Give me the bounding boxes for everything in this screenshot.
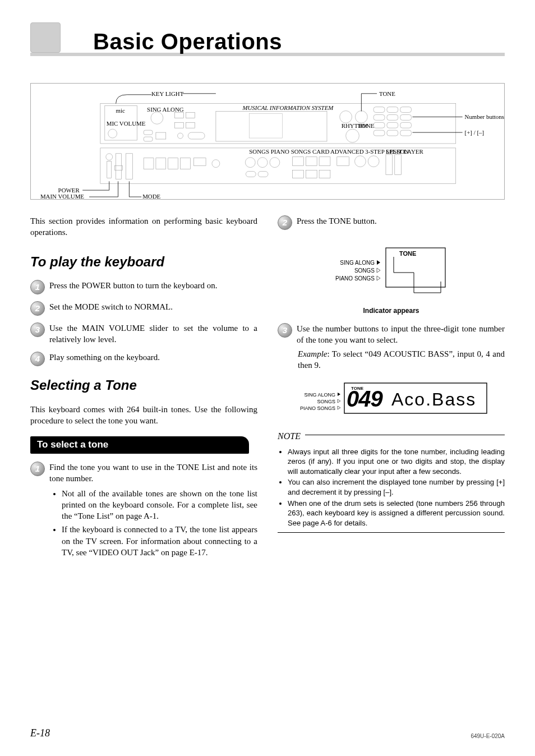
svg-rect-10 (186, 122, 195, 128)
callout-main-volume: MAIN VOLUME (40, 193, 84, 199)
lcd-value: 049 (347, 386, 383, 411)
intro-paragraph: This section provides information on per… (30, 215, 257, 238)
lcd-text: Aco.Bass (391, 389, 476, 409)
svg-rect-57 (395, 155, 402, 175)
step-number: 1 (30, 462, 45, 476)
figure-lcd-049: SING ALONG SONGS PIANO SONGS TONE 049 Ac… (278, 377, 505, 419)
callout-tone: TONE (379, 90, 395, 97)
svg-rect-6 (156, 132, 166, 139)
step-number: 2 (278, 215, 292, 230)
svg-rect-21 (373, 114, 385, 120)
step-number: 3 (30, 322, 45, 337)
step-number: 3 (278, 323, 292, 338)
heading-play-keyboard: To play the keyboard (30, 253, 257, 271)
caption-indicator: Indicator appears (278, 306, 505, 315)
svg-rect-12 (188, 132, 205, 139)
svg-rect-37 (156, 158, 166, 169)
label-sing-along: SING ALONG (147, 106, 184, 113)
svg-rect-46 (258, 171, 268, 177)
keyboard-panel-diagram: mic MIC VOLUME SING ALONG MUSICAL INFORM… (30, 83, 505, 200)
page-number: E-18 (30, 727, 50, 739)
svg-rect-18 (373, 107, 385, 113)
lcd-label-sing-along: SING ALONG (340, 260, 375, 266)
svg-point-55 (368, 156, 379, 167)
svg-point-43 (257, 158, 268, 168)
svg-rect-50 (293, 170, 304, 178)
svg-rect-52 (319, 170, 330, 178)
svg-point-3 (151, 112, 163, 125)
lcd-label-sing-along: SING ALONG (304, 392, 335, 398)
svg-point-16 (355, 111, 367, 123)
callout-mode: MODE (142, 193, 160, 199)
svg-rect-8 (186, 113, 195, 118)
example-label: Example (298, 349, 327, 358)
note-heading: NOTE (278, 430, 301, 442)
svg-rect-23 (400, 114, 412, 120)
svg-rect-13 (216, 112, 327, 141)
note-heading-row: NOTE (278, 430, 505, 442)
svg-rect-5 (144, 137, 153, 141)
step-text: Find the tone you want to use in the TON… (49, 462, 257, 485)
step-text: Play something on the keyboard. (49, 352, 257, 363)
bullet-item: If the keyboard is connected to a TV, th… (62, 524, 257, 558)
svg-rect-49 (319, 157, 330, 166)
svg-rect-19 (387, 107, 398, 113)
step-text: Use the MAIN VOLUME slider to set the vo… (49, 322, 257, 345)
svg-rect-35 (126, 154, 132, 179)
step-number: 1 (30, 280, 45, 294)
svg-rect-53 (337, 157, 349, 166)
svg-rect-51 (306, 170, 317, 178)
step-text: Use the number buttons to input the thre… (297, 323, 505, 346)
step-text: Press the POWER button to turn the keybo… (49, 280, 257, 291)
figure-indicator: SING ALONG SONGS PIANO SONGS TONE Indica… (278, 237, 505, 315)
svg-rect-20 (400, 107, 412, 113)
step-text: Set the MODE switch to NORMAL. (49, 301, 257, 312)
svg-rect-33 (116, 154, 122, 179)
svg-rect-29 (400, 130, 412, 136)
lcd-label-songs: SONGS (317, 399, 335, 404)
callout-plus-minus: [+] / [–] (465, 129, 485, 136)
svg-rect-45 (246, 171, 256, 177)
svg-rect-32 (107, 162, 112, 178)
label-mic-volume: MIC VOLUME (107, 120, 146, 127)
note-bottom-rule (278, 532, 505, 533)
step-number: 2 (30, 301, 45, 316)
svg-point-2 (108, 129, 117, 138)
svg-rect-28 (387, 130, 398, 136)
svg-point-11 (178, 133, 183, 139)
svg-rect-27 (373, 130, 385, 136)
lcd-tone-label: TONE (399, 250, 416, 257)
svg-rect-39 (181, 158, 191, 169)
svg-rect-36 (144, 158, 154, 169)
svg-point-54 (354, 156, 366, 167)
svg-rect-56 (386, 155, 393, 175)
svg-rect-47 (293, 157, 304, 166)
svg-rect-24 (373, 122, 385, 128)
svg-rect-9 (175, 122, 184, 128)
step-text: Press the TONE button. (297, 215, 505, 227)
bullet-item: Not all of the available tones are shown… (62, 488, 257, 522)
note-item: You can also increment the displayed ton… (288, 477, 505, 497)
label-songs-piano: SONGS PIANO SONGS CARD (249, 148, 329, 155)
label-tone-sm: TONE (358, 122, 374, 129)
callout-keylight: KEY LIGHT (151, 90, 184, 97)
note-item: When one of the drum sets is selected (t… (288, 499, 505, 528)
example-text: : To select “049 ACOUSTIC BASS”, input 0… (298, 349, 505, 370)
svg-rect-40 (193, 158, 206, 166)
svg-rect-4 (144, 130, 153, 135)
label-split-layer: SPLIT LAYER (386, 148, 424, 155)
svg-rect-25 (387, 122, 398, 128)
subhead-to-select-tone: To select a tone (30, 436, 249, 454)
svg-rect-7 (175, 113, 184, 118)
lcd-label-piano-songs: PIANO SONGS (335, 275, 374, 282)
lcd-label-piano-songs: PIANO SONGS (299, 405, 335, 411)
callout-number-buttons: Number buttons (465, 113, 504, 120)
page-title: Basic Operations (93, 29, 282, 54)
svg-point-15 (340, 111, 352, 123)
svg-point-31 (106, 154, 113, 160)
svg-point-41 (212, 160, 220, 168)
svg-point-44 (270, 158, 280, 168)
svg-rect-38 (168, 158, 178, 169)
lcd-label-songs: SONGS (354, 268, 374, 274)
heading-selecting-tone: Selecting a Tone (30, 376, 257, 394)
